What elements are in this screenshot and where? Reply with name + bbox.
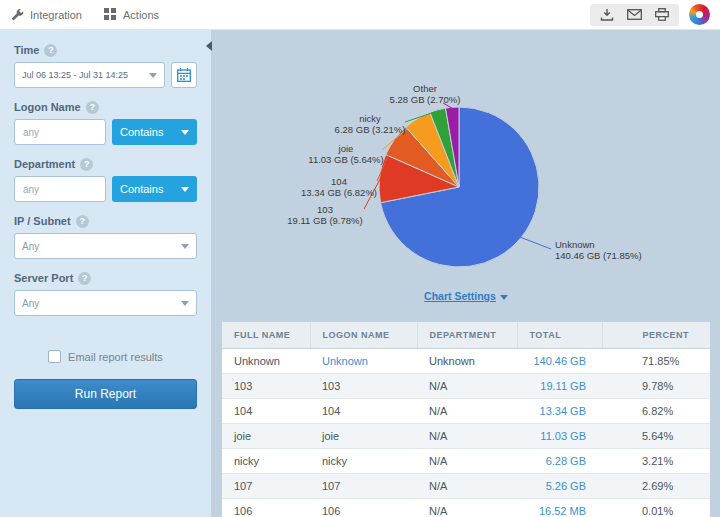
ip-subnet-select[interactable]: Any: [14, 233, 197, 259]
cell-logon-name[interactable]: Unknown: [310, 349, 417, 374]
cell-department: Unknown: [417, 349, 517, 374]
chevron-down-icon: [181, 244, 189, 249]
server-port-select[interactable]: Any: [14, 290, 197, 316]
cell-department: N/A: [417, 449, 517, 474]
table-body: UnknownUnknownUnknown140.46 GB71.85%1031…: [222, 349, 710, 517]
email-button[interactable]: [627, 9, 642, 20]
report-table: FULL NAMELOGON NAMEDEPARTMENTTOTALPERCEN…: [222, 322, 710, 517]
download-button[interactable]: [600, 8, 614, 21]
cell-percent: 2.69%: [602, 474, 710, 499]
cell-total[interactable]: 11.03 GB: [517, 424, 602, 449]
department-field: Department ? Contains: [14, 158, 197, 202]
table-row: 103103N/A19.11 GB9.78%: [222, 374, 710, 399]
help-icon[interactable]: ?: [44, 44, 57, 57]
ip-subnet-field: IP / Subnet ? Any: [14, 215, 197, 259]
menu-actions[interactable]: Actions: [104, 8, 159, 21]
help-icon[interactable]: ?: [76, 215, 89, 228]
chevron-left-icon: [206, 41, 212, 51]
cell-full-name: 104: [222, 399, 310, 424]
chevron-down-icon[interactable]: [500, 295, 508, 300]
time-field: Time ? Jul 06 13:25 - Jul 31 14:25: [14, 44, 197, 88]
cell-department: N/A: [417, 374, 517, 399]
download-icon: [600, 8, 614, 21]
pie-leader-line: [520, 237, 551, 249]
calendar-button[interactable]: [171, 62, 197, 88]
collapse-sidebar-button[interactable]: [203, 40, 215, 52]
logon-name-input[interactable]: [14, 119, 106, 145]
cell-logon-name: 104: [310, 399, 417, 424]
run-report-button[interactable]: Run Report: [14, 379, 197, 409]
help-icon[interactable]: ?: [86, 101, 99, 114]
cell-department: N/A: [417, 399, 517, 424]
server-port-field: Server Port ? Any: [14, 272, 197, 316]
department-operator-button[interactable]: Contains: [112, 176, 197, 202]
logon-operator-button[interactable]: Contains: [112, 119, 197, 145]
pie-label-nicky: nicky6.28 GB (3.21%): [335, 113, 406, 135]
ip-subnet-label: IP / Subnet: [14, 215, 71, 228]
email-report-row[interactable]: Email report results: [14, 350, 197, 363]
cell-full-name: nicky: [222, 449, 310, 474]
topbar-right: [590, 4, 710, 26]
column-header-logon-name[interactable]: LOGON NAME: [310, 322, 417, 349]
cell-total[interactable]: 16.52 MB: [517, 499, 602, 517]
department-label: Department: [14, 158, 75, 171]
printer-icon: [655, 8, 669, 21]
cell-percent: 3.21%: [602, 449, 710, 474]
cell-logon-name: joie: [310, 424, 417, 449]
cell-logon-name: nicky: [310, 449, 417, 474]
time-range-select[interactable]: Jul 06 13:25 - Jul 31 14:25: [14, 62, 165, 88]
pie-chart[interactable]: Unknown140.46 GB (71.85%)10319.11 GB (9.…: [212, 30, 720, 316]
calendar-icon: [177, 68, 191, 82]
cell-department: N/A: [417, 474, 517, 499]
cell-total[interactable]: 13.34 GB: [517, 399, 602, 424]
report-main: Unknown140.46 GB (71.85%)10319.11 GB (9.…: [212, 30, 720, 517]
chevron-down-icon: [149, 73, 157, 78]
column-header-percent[interactable]: PERCENT: [602, 322, 710, 349]
help-icon[interactable]: ?: [80, 158, 93, 171]
chevron-down-icon: [181, 301, 189, 306]
menu-integration-label: Integration: [30, 9, 82, 21]
filter-sidebar: Time ? Jul 06 13:25 - Jul 31 14:25: [0, 30, 212, 517]
table-row: nickynickyN/A6.28 GB3.21%: [222, 449, 710, 474]
print-button[interactable]: [655, 8, 669, 21]
column-header-department[interactable]: DEPARTMENT: [417, 322, 517, 349]
app-root: Integration Actions: [0, 0, 720, 517]
cell-percent: 5.64%: [602, 424, 710, 449]
ip-subnet-value: Any: [22, 241, 39, 252]
cell-full-name: 103: [222, 374, 310, 399]
logon-name-field: Logon Name ? Contains: [14, 101, 197, 145]
table-row: 106106N/A16.52 MB0.01%: [222, 499, 710, 517]
cell-full-name: Unknown: [222, 349, 310, 374]
cell-total[interactable]: 5.26 GB: [517, 474, 602, 499]
cell-percent: 71.85%: [602, 349, 710, 374]
export-toolbar: [590, 4, 679, 26]
email-report-label: Email report results: [68, 351, 163, 363]
cell-percent: 0.01%: [602, 499, 710, 517]
cell-department: N/A: [417, 499, 517, 517]
help-icon[interactable]: ?: [78, 272, 91, 285]
email-report-checkbox[interactable]: [48, 350, 61, 363]
cell-department: N/A: [417, 424, 517, 449]
cell-percent: 9.78%: [602, 374, 710, 399]
cell-total[interactable]: 6.28 GB: [517, 449, 602, 474]
cell-total[interactable]: 19.11 GB: [517, 374, 602, 399]
menu-integration[interactable]: Integration: [10, 8, 82, 22]
chevron-down-icon: [181, 130, 189, 135]
time-range-value: Jul 06 13:25 - Jul 31 14:25: [22, 70, 128, 80]
pie-label-103: 10319.11 GB (9.78%): [287, 204, 362, 226]
cell-total[interactable]: 140.46 GB: [517, 349, 602, 374]
column-header-total[interactable]: TOTAL: [517, 322, 602, 349]
chart-settings-link[interactable]: Chart Settings: [424, 290, 496, 302]
table-header-row: FULL NAMELOGON NAMEDEPARTMENTTOTALPERCEN…: [222, 322, 710, 349]
chart-settings: Chart Settings: [212, 290, 720, 302]
column-header-full-name[interactable]: FULL NAME: [222, 322, 310, 349]
pie-label-Other: Other5.28 GB (2.70%): [390, 83, 461, 105]
pie-label-joie: joie11.03 GB (5.64%): [308, 143, 383, 165]
table-row: UnknownUnknownUnknown140.46 GB71.85%: [222, 349, 710, 374]
server-port-label: Server Port: [14, 272, 73, 285]
chevron-down-icon: [181, 187, 189, 192]
cell-logon-name: 107: [310, 474, 417, 499]
department-operator-label: Contains: [120, 183, 163, 195]
cell-logon-name: 106: [310, 499, 417, 517]
department-input[interactable]: [14, 176, 106, 202]
